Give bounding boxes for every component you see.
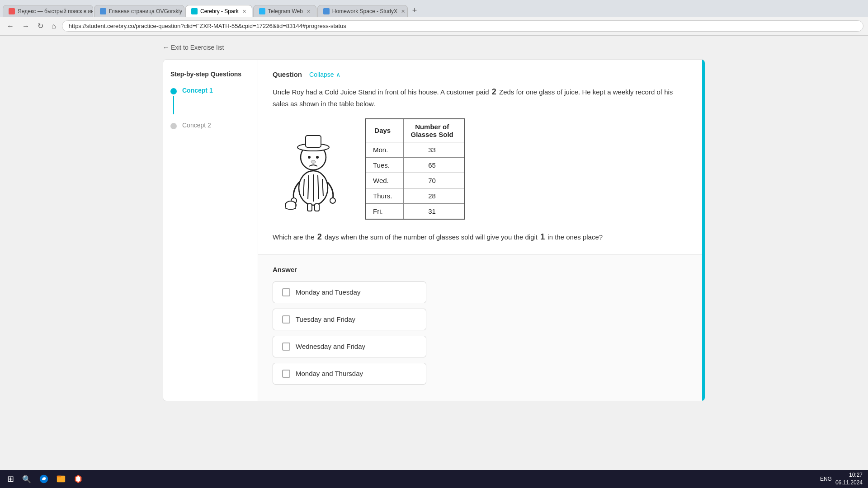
- table-cell-day-3: Thurs.: [365, 188, 403, 203]
- answer-checkbox-opt4[interactable]: [282, 370, 290, 378]
- svg-point-13: [330, 198, 335, 203]
- tab-label-yandex: Яндекс — быстрый поиск в инт...: [18, 8, 93, 14]
- tab-telegram[interactable]: Telegram Web ✕: [253, 5, 316, 17]
- answer-checkbox-opt3[interactable]: [282, 343, 290, 351]
- table-row: Fri. 31: [365, 203, 465, 219]
- table-cell-value-1: 65: [403, 157, 465, 173]
- svg-rect-15: [307, 204, 312, 211]
- reload-button[interactable]: ↻: [35, 21, 46, 31]
- tab-favicon-cerebry: [191, 8, 198, 14]
- question-math-num3: 1: [540, 232, 545, 241]
- table-row: Thurs. 28: [365, 188, 465, 203]
- question-header: Question Collapse ∧: [273, 70, 688, 78]
- question-text-part1: Uncle Roy had a Cold Juice Stand in fron…: [273, 88, 489, 96]
- question-math-num2: 2: [317, 232, 322, 241]
- question-text2-part2: days when the sum of the number of glass…: [325, 233, 538, 241]
- table-cell-value-4: 31: [403, 203, 465, 219]
- tab-label-ovgorskiy: Главная страница OVGorskiy: [109, 8, 182, 14]
- tab-ovgorskiy[interactable]: Главная страница OVGorskiy ✕: [94, 5, 184, 17]
- page-wrapper: ← Exit to Exercise list Step-by-step Que…: [154, 36, 714, 401]
- tab-cerebry[interactable]: Cerebry - Spark ✕: [185, 5, 252, 17]
- concept1-label: Concept 1: [182, 87, 213, 94]
- right-panel: Question Collapse ∧ Uncle Roy had a Cold…: [258, 60, 702, 401]
- back-link-label: ← Exit to Exercise list: [163, 44, 224, 51]
- concept1-line: [173, 96, 174, 114]
- tab-yandex[interactable]: Яндекс — быстрый поиск в инт... ✕: [3, 5, 93, 17]
- answer-option-opt2[interactable]: Tuesday and Friday: [273, 309, 426, 330]
- collapse-chevron: ∧: [336, 71, 340, 78]
- table-row: Tues. 65: [365, 157, 465, 173]
- browser-chrome: Яндекс — быстрый поиск в инт... ✕ Главна…: [0, 0, 868, 36]
- table-cell-day-4: Fri.: [365, 203, 403, 219]
- table-cell-day-0: Mon.: [365, 142, 403, 157]
- address-bar-row: ← → ↻ ⌂: [0, 17, 868, 35]
- table-cell-value-0: 33: [403, 142, 465, 157]
- answer-option-label-opt1: Monday and Tuesday: [296, 288, 360, 296]
- tab-close-cerebry[interactable]: ✕: [242, 9, 246, 14]
- concept2-dot-wrapper: [170, 122, 177, 129]
- svg-point-11: [311, 160, 316, 164]
- question-text2-part3: in the ones place?: [547, 233, 603, 241]
- sidebar: Step-by-step Questions Concept 1 Concept…: [163, 60, 258, 401]
- teal-side-bar: [702, 60, 705, 401]
- svg-rect-16: [315, 204, 319, 211]
- table-cell-value-2: 70: [403, 173, 465, 188]
- collapse-label: Collapse: [309, 71, 334, 78]
- svg-point-10: [316, 156, 319, 159]
- concept2-dot: [170, 123, 177, 129]
- svg-point-9: [308, 156, 311, 159]
- table-header-glasses: Number ofGlasses Sold: [403, 119, 465, 142]
- tab-bar: Яндекс — быстрый поиск в инт... ✕ Главна…: [0, 0, 868, 17]
- concept1-dot: [170, 88, 177, 94]
- table-row: Wed. 70: [365, 173, 465, 188]
- sales-table: Days Number ofGlasses Sold Mon. 33 Tues.…: [365, 118, 465, 220]
- answer-option-label-opt4: Monday and Thursday: [296, 370, 363, 377]
- answer-options-container: Monday and Tuesday Tuesday and Friday We…: [273, 282, 688, 385]
- question-label: Question: [273, 70, 302, 78]
- tab-label-telegram: Telegram Web: [268, 8, 303, 14]
- juice-stand-image: [273, 124, 354, 214]
- main-content: Step-by-step Questions Concept 1 Concept…: [163, 59, 705, 401]
- table-cell-day-1: Tues.: [365, 157, 403, 173]
- collapse-button[interactable]: Collapse ∧: [309, 71, 340, 78]
- concept2-label: Concept 2: [182, 122, 211, 129]
- question-text-1: Uncle Roy had a Cold Juice Stand in fron…: [273, 85, 688, 109]
- svg-rect-8: [306, 136, 321, 147]
- tab-label-cerebry: Cerebry - Spark: [200, 8, 239, 14]
- tab-favicon-telegram: [259, 8, 265, 14]
- concept1-dot-wrapper: [170, 87, 177, 114]
- table-header-days: Days: [365, 119, 403, 142]
- table-cell-day-2: Wed.: [365, 173, 403, 188]
- answer-option-label-opt2: Tuesday and Friday: [296, 315, 355, 323]
- answer-option-label-opt3: Wednesday and Friday: [296, 343, 365, 350]
- tab-close-studyx[interactable]: ✕: [401, 9, 405, 14]
- tab-favicon-studyx: [323, 8, 330, 14]
- new-tab-button[interactable]: +: [409, 4, 421, 17]
- back-button[interactable]: ←: [5, 21, 16, 31]
- tab-studyx[interactable]: Homework Space - StudyX ✕: [317, 5, 408, 17]
- tab-favicon-yandex: [9, 8, 15, 14]
- sidebar-item-concept2[interactable]: Concept 2: [170, 122, 250, 129]
- answer-option-opt3[interactable]: Wednesday and Friday: [273, 336, 426, 357]
- sidebar-item-concept1[interactable]: Concept 1: [170, 87, 250, 114]
- answer-option-opt1[interactable]: Monday and Tuesday: [273, 282, 426, 303]
- answer-label: Answer: [273, 266, 688, 273]
- table-row: Mon. 33: [365, 142, 465, 157]
- table-cell-value-3: 28: [403, 188, 465, 203]
- question-math-num1: 2: [492, 87, 496, 96]
- home-button[interactable]: ⌂: [49, 21, 58, 31]
- answer-option-opt4[interactable]: Monday and Thursday: [273, 363, 426, 385]
- tab-favicon-ovgorskiy: [100, 8, 106, 14]
- tab-label-studyx: Homework Space - StudyX: [332, 8, 397, 14]
- question-section: Question Collapse ∧ Uncle Roy had a Cold…: [258, 60, 702, 255]
- back-to-exercise-link[interactable]: ← Exit to Exercise list: [163, 36, 224, 59]
- question-text-2: Which are the 2 days when the sum of the…: [273, 230, 688, 244]
- question-text2-part1: Which are the: [273, 233, 315, 241]
- answer-checkbox-opt2[interactable]: [282, 315, 290, 324]
- sidebar-title: Step-by-step Questions: [170, 70, 250, 78]
- address-input[interactable]: [62, 20, 863, 32]
- tab-close-telegram[interactable]: ✕: [307, 9, 311, 14]
- answer-checkbox-opt1[interactable]: [282, 288, 290, 296]
- table-area: Days Number ofGlasses Sold Mon. 33 Tues.…: [273, 118, 688, 220]
- forward-button[interactable]: →: [20, 21, 32, 31]
